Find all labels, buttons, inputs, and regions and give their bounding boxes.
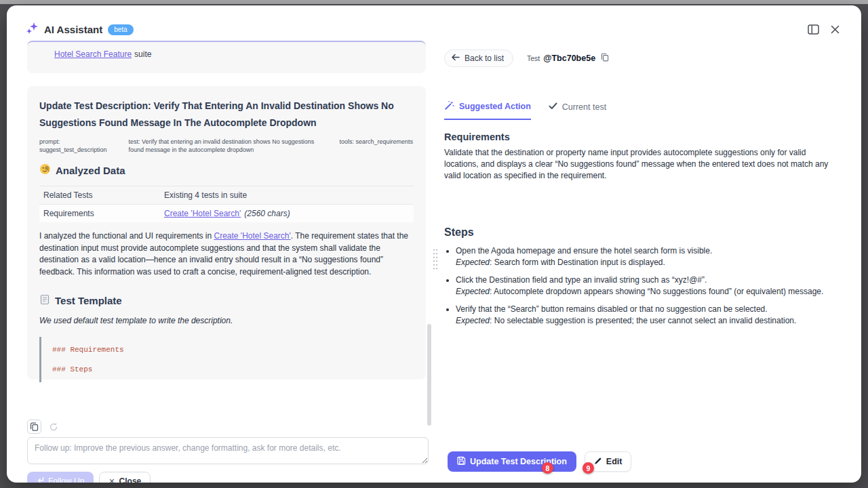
steps-heading: Steps bbox=[444, 226, 474, 239]
page-title: AI Assistant bbox=[44, 24, 102, 35]
suite-context-card: Hotel Search Featuresuite bbox=[27, 41, 426, 73]
requirement-inline-link[interactable]: Create 'Hotel Search' bbox=[214, 231, 290, 241]
modal-header: AI Assistant beta bbox=[26, 22, 134, 37]
check-icon bbox=[549, 102, 557, 112]
step-item: Click the Destination field and type an … bbox=[456, 274, 839, 298]
row-label: Requirements bbox=[43, 209, 164, 218]
panel-resize-handle[interactable] bbox=[433, 248, 438, 270]
copy-icon[interactable] bbox=[27, 420, 41, 434]
step-expected: Expected: Autocomplete dropdown appears … bbox=[456, 286, 839, 298]
analysis-paragraph: I analyzed the functional and UI require… bbox=[39, 230, 414, 278]
close-button[interactable]: ✕ Close bbox=[99, 472, 151, 483]
back-to-list-button[interactable]: Back to list bbox=[444, 49, 513, 67]
test-meta: Test @Tbc70be5e bbox=[527, 52, 609, 64]
regenerate-icon[interactable] bbox=[47, 421, 60, 433]
step-action: Click the Destination field and type an … bbox=[456, 274, 839, 286]
follow-up-composer: Follow Up ✕ Close bbox=[27, 437, 429, 483]
step-action: Open the Agoda homepage and ensure the h… bbox=[456, 245, 839, 257]
follow-up-button[interactable]: Follow Up bbox=[27, 472, 94, 483]
template-code-block: ### Requirements ### Steps bbox=[39, 337, 414, 382]
update-test-description-button[interactable]: Update Test Description bbox=[448, 451, 576, 472]
chars-note: (2560 chars) bbox=[244, 209, 290, 218]
ai-assistant-modal: AI Assistant beta Hotel Search Featuresu… bbox=[7, 5, 861, 483]
template-note: We used default test template to write t… bbox=[39, 316, 414, 325]
requirements-text: Validate that the destination or propert… bbox=[444, 147, 836, 182]
back-arrow-icon bbox=[452, 54, 460, 63]
tab-suggested-action[interactable]: Suggested Action bbox=[444, 100, 531, 120]
result-meta-row: prompt: suggest_test_description test: V… bbox=[39, 138, 414, 154]
monocle-face-icon bbox=[39, 163, 51, 177]
keyboard-hint-badge: 8 bbox=[542, 462, 553, 474]
beta-badge: beta bbox=[108, 24, 133, 35]
result-title: Update Test Description: Verify That Ent… bbox=[39, 98, 416, 131]
suite-suffix: suite bbox=[134, 49, 151, 59]
notepad-icon bbox=[39, 294, 50, 307]
left-panel-scrollbar[interactable] bbox=[427, 324, 431, 426]
step-action: Verify that the “Search” button remains … bbox=[456, 304, 839, 315]
return-icon bbox=[37, 476, 44, 483]
table-row: Related Tests Existing 4 tests in suite bbox=[39, 186, 414, 204]
detail-header: Back to list Test @Tbc70be5e bbox=[444, 49, 609, 67]
requirement-link[interactable]: Create 'Hotel Search' bbox=[164, 209, 241, 218]
magic-wand-icon bbox=[444, 100, 454, 113]
requirements-heading: Requirements bbox=[444, 131, 510, 142]
suggested-action-buttons: Update Test Description Edit 8 9 bbox=[448, 451, 631, 472]
sparkles-icon bbox=[26, 22, 39, 37]
follow-up-input[interactable] bbox=[27, 437, 429, 464]
row-value: Existing 4 tests in suite bbox=[164, 190, 414, 200]
x-icon: ✕ bbox=[108, 477, 115, 483]
step-item: Open the Agoda homepage and ensure the h… bbox=[456, 245, 839, 268]
analyzed-data-heading: Analyzed Data bbox=[39, 163, 414, 177]
meta-tools: tools: search_requirements bbox=[339, 138, 414, 154]
screen-top-strip bbox=[0, 0, 868, 4]
assistant-result-card: Update Test Description: Verify That Ent… bbox=[27, 86, 426, 380]
suite-link[interactable]: Hotel Search Feature bbox=[54, 49, 132, 59]
test-template-heading: Test Template bbox=[39, 294, 414, 307]
test-id: @Tbc70be5e bbox=[543, 54, 595, 63]
test-label: Test bbox=[527, 54, 540, 62]
steps-list: Open the Agoda homepage and ensure the h… bbox=[456, 245, 839, 333]
save-icon bbox=[457, 456, 466, 467]
code-line: ### Steps bbox=[52, 365, 414, 373]
table-row: Requirements Create 'Hotel Search'(2560 … bbox=[39, 204, 414, 222]
step-expected: Expected: Search form with Destination i… bbox=[456, 257, 839, 268]
step-expected: Expected: No selectable suggestion is pr… bbox=[456, 315, 839, 327]
analysis-table: Related Tests Existing 4 tests in suite … bbox=[39, 186, 414, 222]
pencil-icon bbox=[594, 457, 602, 467]
tab-current-test[interactable]: Current test bbox=[549, 100, 606, 120]
message-tools bbox=[27, 420, 60, 434]
row-value: Create 'Hotel Search'(2560 chars) bbox=[164, 209, 414, 218]
detail-tabs: Suggested Action Current test bbox=[444, 100, 606, 120]
step-item: Verify that the “Search” button remains … bbox=[456, 304, 839, 327]
meta-test: test: Verify that entering an invalid de… bbox=[129, 138, 326, 154]
test-detail-panel: Back to list Test @Tbc70be5e Suggested A… bbox=[444, 5, 854, 483]
code-line: ### Requirements bbox=[52, 346, 414, 354]
row-label: Related Tests bbox=[43, 190, 164, 200]
copy-test-id-icon[interactable] bbox=[601, 52, 609, 64]
keyboard-hint-badge: 9 bbox=[583, 462, 594, 474]
meta-prompt: prompt: suggest_test_description bbox=[39, 138, 115, 154]
